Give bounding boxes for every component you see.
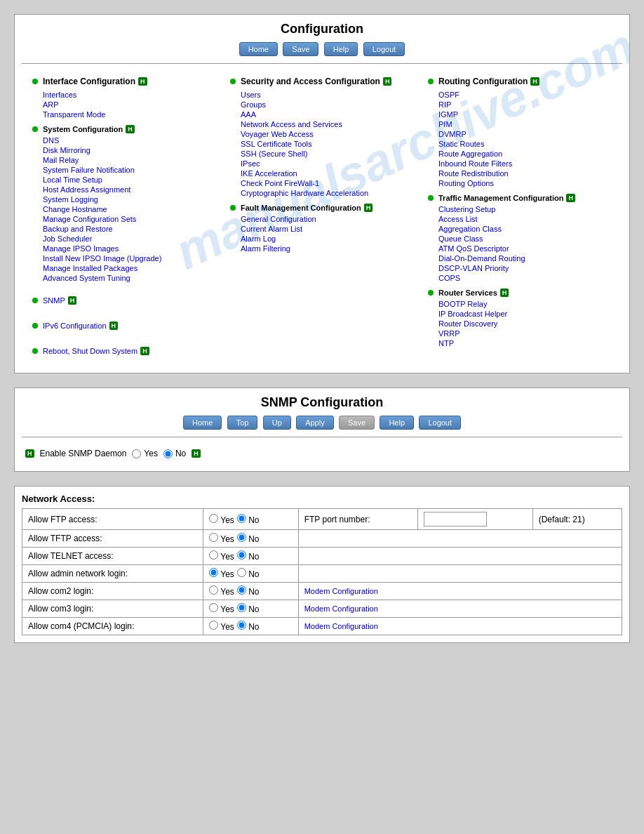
link-alarm-list[interactable]: Current Alarm List	[230, 224, 414, 234]
link-job-scheduler[interactable]: Job Scheduler	[32, 234, 216, 244]
tftp-yes-radio[interactable]	[209, 533, 218, 542]
link-manage-packages[interactable]: Manage Installed Packages	[32, 263, 216, 273]
link-transparent-mode[interactable]: Transparent Mode	[32, 110, 216, 119]
snmp-home-button[interactable]: Home	[183, 416, 222, 430]
link-arp[interactable]: ARP	[32, 100, 216, 110]
tftp-no-radio[interactable]	[237, 533, 246, 542]
link-snmp[interactable]: SNMP	[43, 296, 65, 305]
telnet-yes-radio[interactable]	[209, 550, 218, 560]
snmp-yes-radio[interactable]	[132, 449, 141, 458]
config-home-button[interactable]: Home	[239, 42, 278, 56]
com4-no-label[interactable]: No	[237, 621, 260, 632]
link-install-ipso[interactable]: Install New IPSO Image (Upgrade)	[32, 253, 216, 263]
com2-yes-radio[interactable]	[209, 585, 218, 595]
link-crypto[interactable]: Cryptographic Hardware Acceleration	[230, 188, 414, 198]
ftp-yes-label[interactable]: Yes	[209, 514, 234, 525]
link-advanced-tuning[interactable]: Advanced System Tuning	[32, 273, 216, 283]
link-static-routes[interactable]: Static Routes	[428, 139, 612, 149]
snmp-up-button[interactable]: Up	[263, 416, 291, 430]
admin-yes-radio[interactable]	[209, 568, 218, 577]
link-dns[interactable]: DNS	[32, 135, 216, 145]
link-pim[interactable]: PIM	[428, 119, 612, 129]
link-routing-options[interactable]: Routing Options	[428, 178, 612, 188]
link-ipsec[interactable]: IPsec	[230, 159, 414, 168]
snmp-no-radio[interactable]	[163, 449, 173, 458]
link-alarm-filtering[interactable]: Alarm Filtering	[230, 244, 414, 253]
tftp-yes-label[interactable]: Yes	[209, 533, 234, 544]
tftp-no-label[interactable]: No	[237, 533, 260, 544]
com3-no-radio[interactable]	[237, 603, 246, 612]
link-disk-mirroring[interactable]: Disk Mirroring	[32, 145, 216, 155]
link-reboot[interactable]: Reboot, Shut Down System	[43, 346, 137, 356]
link-alarm-log[interactable]: Alarm Log	[230, 234, 414, 244]
link-ike[interactable]: IKE Acceleration	[230, 168, 414, 178]
snmp-help-button[interactable]: Help	[380, 416, 414, 430]
link-interfaces[interactable]: Interfaces	[32, 90, 216, 100]
link-com3-modem[interactable]: Modem Configuration	[304, 604, 378, 613]
snmp-top-button[interactable]: Top	[227, 416, 258, 430]
ftp-no-label[interactable]: No	[237, 514, 260, 525]
link-router-discovery[interactable]: Router Discovery	[428, 319, 612, 329]
link-vrrp[interactable]: VRRP	[428, 329, 612, 338]
link-agg-class[interactable]: Aggregation Class	[428, 224, 612, 234]
link-system-failure[interactable]: System Failure Notification	[32, 165, 216, 175]
link-com2-modem[interactable]: Modem Configuration	[304, 587, 378, 595]
link-inbound-filters[interactable]: Inbound Route Filters	[428, 159, 612, 168]
link-ssh[interactable]: SSH (Secure Shell)	[230, 149, 414, 159]
link-com4-modem[interactable]: Modem Configuration	[304, 622, 378, 630]
link-general-config[interactable]: General Configuration	[230, 214, 414, 224]
config-help-button[interactable]: Help	[324, 42, 358, 56]
link-dscp-vlan[interactable]: DSCP-VLAN Priority	[428, 263, 612, 273]
snmp-no-label[interactable]: No	[163, 449, 186, 458]
link-ospf[interactable]: OSPF	[428, 90, 612, 100]
link-system-logging[interactable]: System Logging	[32, 194, 216, 204]
snmp-yes-label[interactable]: Yes	[132, 449, 158, 458]
link-bootp[interactable]: BOOTP Relay	[428, 299, 612, 309]
com3-yes-radio[interactable]	[209, 603, 218, 612]
snmp-logout-button[interactable]: Logout	[419, 416, 461, 430]
link-ipv6[interactable]: IPv6 Configuration	[43, 321, 107, 331]
link-cops[interactable]: COPS	[428, 273, 612, 283]
com3-yes-label[interactable]: Yes	[209, 603, 234, 614]
telnet-no-label[interactable]: No	[237, 550, 260, 562]
com4-yes-label[interactable]: Yes	[209, 621, 234, 632]
ftp-port-input[interactable]	[424, 512, 487, 527]
ftp-yes-radio[interactable]	[209, 514, 218, 523]
com4-no-radio[interactable]	[237, 621, 246, 630]
link-change-hostname[interactable]: Change Hostname	[32, 204, 216, 214]
telnet-yes-label[interactable]: Yes	[209, 550, 234, 562]
link-route-redist[interactable]: Route Redistribution	[428, 168, 612, 178]
link-voyager[interactable]: Voyager Web Access	[230, 129, 414, 139]
com3-no-label[interactable]: No	[237, 603, 260, 614]
com2-yes-label[interactable]: Yes	[209, 585, 234, 597]
link-route-agg[interactable]: Route Aggregation	[428, 149, 612, 159]
snmp-save-button[interactable]: Save	[339, 416, 375, 430]
link-access-list[interactable]: Access List	[428, 214, 612, 224]
link-ip-broadcast[interactable]: IP Broadcast Helper	[428, 309, 612, 319]
link-aaa[interactable]: AAA	[230, 110, 414, 119]
link-igmp[interactable]: IGMP	[428, 110, 612, 119]
link-groups[interactable]: Groups	[230, 100, 414, 110]
com4-yes-radio[interactable]	[209, 621, 218, 630]
link-dial-on-demand[interactable]: Dial-On-Demand Routing	[428, 253, 612, 263]
link-dvmrp[interactable]: DVMRP	[428, 129, 612, 139]
link-manage-ipso[interactable]: Manage IPSO Images	[32, 244, 216, 253]
config-logout-button[interactable]: Logout	[363, 42, 405, 56]
link-rip[interactable]: RIP	[428, 100, 612, 110]
snmp-apply-button[interactable]: Apply	[296, 416, 334, 430]
admin-no-radio[interactable]	[237, 568, 246, 577]
link-manage-config[interactable]: Manage Configuration Sets	[32, 214, 216, 224]
admin-no-label[interactable]: No	[237, 568, 260, 579]
com2-no-label[interactable]: No	[237, 585, 260, 597]
ftp-no-radio[interactable]	[237, 514, 246, 523]
link-host-address[interactable]: Host Address Assignment	[32, 185, 216, 194]
link-users[interactable]: Users	[230, 90, 414, 100]
link-mail-relay[interactable]: Mail Relay	[32, 155, 216, 165]
link-local-time[interactable]: Local Time Setup	[32, 175, 216, 185]
link-backup[interactable]: Backup and Restore	[32, 224, 216, 234]
admin-yes-label[interactable]: Yes	[209, 568, 234, 579]
link-checkpoint[interactable]: Check Point FireWall-1	[230, 178, 414, 188]
config-save-button[interactable]: Save	[283, 42, 318, 56]
telnet-no-radio[interactable]	[237, 550, 246, 560]
link-clustering[interactable]: Clustering Setup	[428, 204, 612, 214]
